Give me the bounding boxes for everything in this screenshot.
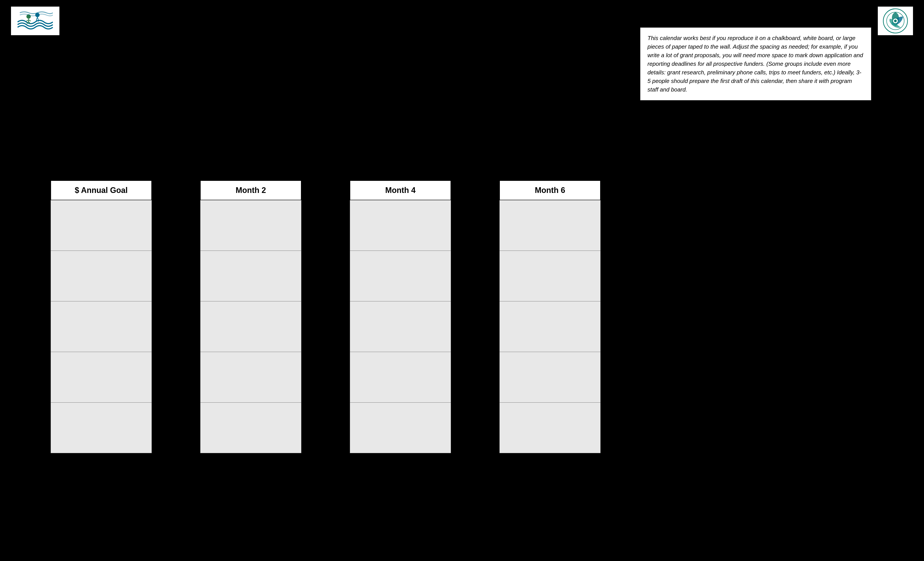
cell-annual-goal-4 bbox=[51, 352, 152, 403]
cell-annual-goal-2 bbox=[51, 251, 152, 302]
cell-month6-1 bbox=[500, 200, 601, 251]
column-header-annual-goal: $ Annual Goal bbox=[51, 180, 152, 200]
left-logo bbox=[11, 7, 59, 35]
cell-month2-1 bbox=[200, 200, 302, 251]
cell-month6-2 bbox=[500, 251, 601, 302]
info-box: This calendar works best if you reproduc… bbox=[640, 27, 871, 100]
column-month-4: Month 4 bbox=[350, 180, 451, 453]
column-header-month-2: Month 2 bbox=[200, 180, 302, 200]
cell-month4-5 bbox=[350, 403, 451, 453]
cell-month6-5 bbox=[500, 403, 601, 453]
svg-point-10 bbox=[894, 20, 897, 22]
column-month-6: Month 6 bbox=[500, 180, 601, 453]
cell-month6-4 bbox=[500, 352, 601, 403]
cell-annual-goal-1 bbox=[51, 200, 152, 251]
right-logo bbox=[878, 7, 913, 35]
cell-month4-3 bbox=[350, 302, 451, 352]
cell-month4-1 bbox=[350, 200, 451, 251]
cell-month2-3 bbox=[200, 302, 302, 352]
cell-annual-goal-3 bbox=[51, 302, 152, 352]
cell-annual-goal-5 bbox=[51, 403, 152, 453]
column-month-2: Month 2 bbox=[200, 180, 302, 453]
cell-month2-4 bbox=[200, 352, 302, 403]
grid-area: $ Annual Goal Month 2 Month 4 Month 6 bbox=[51, 180, 902, 453]
column-header-month-6: Month 6 bbox=[500, 180, 601, 200]
cell-month2-5 bbox=[200, 403, 302, 453]
column-annual-goal: $ Annual Goal bbox=[51, 180, 152, 453]
info-text: This calendar works best if you reproduc… bbox=[648, 35, 863, 93]
cell-month4-4 bbox=[350, 352, 451, 403]
cell-month6-3 bbox=[500, 302, 601, 352]
cell-month4-2 bbox=[350, 251, 451, 302]
column-header-month-4: Month 4 bbox=[350, 180, 451, 200]
cell-month2-2 bbox=[200, 251, 302, 302]
